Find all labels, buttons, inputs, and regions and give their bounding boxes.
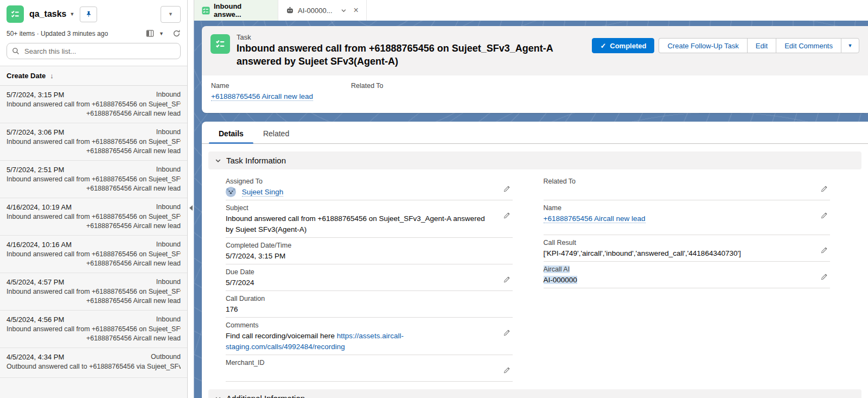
item-direction: Inbound	[156, 278, 181, 286]
list-item[interactable]: 4/16/2024, 10:16 AM Inbound Inbound answ…	[0, 236, 187, 273]
mark-completed-button[interactable]: ✓ Completed	[592, 38, 654, 53]
item-create-date: 4/5/2024, 4:34 PM	[7, 353, 64, 361]
edit-field-button[interactable]	[820, 185, 828, 194]
highlight-field: Name +61888765456 Aircall new lead	[211, 82, 351, 103]
edit-button[interactable]: Edit	[747, 38, 776, 53]
display-as-button[interactable]: ▼	[146, 29, 164, 37]
more-actions-button[interactable]: ▼	[841, 38, 859, 53]
task-tab-icon	[202, 7, 210, 15]
list-view-menu-button[interactable]: ▼	[161, 6, 181, 23]
item-create-date: 4/16/2024, 10:19 AM	[7, 203, 72, 211]
detail-field: Aircall AI AI-000000	[544, 262, 831, 288]
record-entity-type: Task	[237, 33, 585, 41]
field-label: Merchant_ID	[226, 359, 265, 367]
tab-related[interactable]: Related	[253, 122, 299, 143]
detail-field: Completed Date/Time 5/7/2024, 3:15 PM	[226, 238, 513, 264]
pencil-icon	[503, 276, 510, 283]
edit-comments-button[interactable]: Edit Comments	[776, 38, 841, 53]
field-label: Related To	[351, 82, 491, 90]
workspace-tab-label: Inbound answe...	[214, 2, 270, 18]
create-follow-up-task-button[interactable]: Create Follow-Up Task	[659, 38, 746, 53]
field-label: Call Result	[544, 239, 576, 247]
edit-field-button[interactable]	[503, 276, 510, 285]
refresh-button[interactable]	[173, 29, 181, 37]
list-item[interactable]: 4/5/2024, 4:57 PM Inbound Inbound answer…	[0, 273, 187, 311]
workspace-tabbar: Inbound answe... AI-00000... ×	[194, 0, 868, 21]
item-related-name: +61888765456 Aircall new lead	[7, 110, 181, 117]
edit-field-button[interactable]	[820, 212, 828, 221]
edit-field-button[interactable]	[820, 273, 828, 282]
item-related-name: +61888765456 Aircall new lead	[7, 147, 181, 155]
field-value-link[interactable]: Sujeet Singh	[242, 188, 284, 197]
field-value-text: Inbound answered call from +61888765456 …	[226, 214, 485, 233]
edit-field-button[interactable]	[503, 185, 510, 194]
detail-field: Due Date 5/7/2024	[226, 264, 513, 291]
field-value-link[interactable]: +61888765456 Aircall new lead	[544, 214, 646, 223]
item-related-name: +61888765456 Aircall new lead	[7, 334, 181, 342]
item-subject: Inbound answered call from +61888765456 …	[7, 175, 181, 183]
list-item[interactable]: 5/7/2024, 3:15 PM Inbound Inbound answer…	[0, 86, 187, 123]
edit-field-button[interactable]	[503, 329, 510, 338]
main-region: Inbound answe... AI-00000... × T	[194, 0, 868, 398]
task-list: 5/7/2024, 3:15 PM Inbound Inbound answer…	[0, 86, 187, 398]
salesforce-console: qa_tasks ▼ ▼ 50+ items · Updated 3 minut…	[0, 0, 868, 398]
field-label: Comments	[226, 321, 258, 329]
item-direction: Inbound	[156, 203, 181, 211]
item-related-name: +61888765456 Aircall new lead	[7, 222, 181, 230]
split-view-gutter	[188, 0, 194, 398]
detail-tabbar: Details Related	[202, 122, 868, 144]
field-value-text: ['KPI-4749','aircall','inbound','answere…	[544, 249, 741, 257]
list-item[interactable]: 5/7/2024, 3:06 PM Inbound Inbound answer…	[0, 123, 187, 161]
sort-header[interactable]: Create Date ↓	[0, 66, 187, 86]
list-item[interactable]: 4/5/2024, 4:34 PM Outbound Outbound answ…	[0, 348, 187, 378]
workspace-tab-task[interactable]: Inbound answe...	[194, 0, 278, 21]
tab-close-icon[interactable]: ×	[354, 6, 359, 15]
section-chevron-down-icon	[215, 395, 221, 398]
section-task-information[interactable]: Task Information	[208, 151, 861, 169]
field-label: Aircall AI	[544, 266, 570, 273]
check-icon: ✓	[600, 42, 606, 50]
item-direction: Inbound	[156, 91, 181, 99]
edit-field-button[interactable]	[820, 247, 828, 256]
list-item[interactable]: 4/5/2024, 4:56 PM Inbound Inbound answer…	[0, 311, 187, 348]
field-label: Due Date	[226, 268, 254, 276]
list-item[interactable]: 5/7/2024, 2:51 PM Inbound Inbound answer…	[0, 161, 187, 198]
item-subject: Inbound answered call from +61888765456 …	[7, 100, 181, 108]
pin-list-button[interactable]	[80, 7, 97, 22]
detail-field: Name +61888765456 Aircall new lead	[544, 200, 831, 235]
tab-chevron-down-icon[interactable]	[341, 8, 347, 14]
bot-tab-icon	[286, 7, 294, 15]
pencil-icon	[503, 185, 510, 193]
pencil-icon	[503, 367, 510, 374]
task-information-fields: Assigned To Sujeet Singh	[202, 169, 868, 382]
chevron-down-icon[interactable]: ▼	[70, 11, 75, 17]
field-value-text: 176	[226, 305, 238, 313]
pencil-icon	[503, 212, 510, 219]
list-view-panel: qa_tasks ▼ ▼ 50+ items · Updated 3 minut…	[0, 0, 188, 398]
record-highlights-card: Task Inbound answered call from +6188876…	[202, 26, 868, 113]
section-chevron-down-icon	[215, 157, 221, 164]
detail-field: Merchant_ID	[226, 355, 513, 382]
tab-details[interactable]: Details	[209, 122, 253, 143]
detail-field: Assigned To Sujeet Singh	[226, 174, 513, 200]
item-create-date: 4/5/2024, 4:57 PM	[7, 278, 64, 286]
item-direction: Inbound	[156, 128, 181, 136]
search-input[interactable]	[7, 43, 181, 59]
field-label: Related To	[544, 178, 576, 185]
field-label: Assigned To	[226, 178, 263, 185]
record-detail-card: Details Related Task Information Assigne…	[202, 122, 868, 398]
field-value-text: 5/7/2024, 3:15 PM	[226, 252, 285, 260]
item-subject: Outbound answered call to +61888765456 v…	[7, 363, 181, 370]
list-view-title[interactable]: qa_tasks	[29, 9, 67, 19]
item-create-date: 5/7/2024, 2:51 PM	[7, 166, 64, 174]
workspace-tab-aircall-ai[interactable]: AI-00000... ×	[278, 0, 367, 21]
field-value-link[interactable]: +61888765456 Aircall new lead	[211, 92, 313, 101]
sort-direction-arrow-icon: ↓	[50, 72, 54, 80]
item-related-name: +61888765456 Aircall new lead	[7, 185, 181, 192]
collapse-panel-handle[interactable]	[189, 205, 193, 211]
section-additional-information[interactable]: Additional Information	[208, 389, 861, 398]
edit-field-button[interactable]	[503, 367, 510, 376]
field-value-text: Find call recording/voicemail here	[226, 332, 337, 340]
edit-field-button[interactable]	[503, 212, 510, 221]
list-item[interactable]: 4/16/2024, 10:19 AM Inbound Inbound answ…	[0, 198, 187, 236]
